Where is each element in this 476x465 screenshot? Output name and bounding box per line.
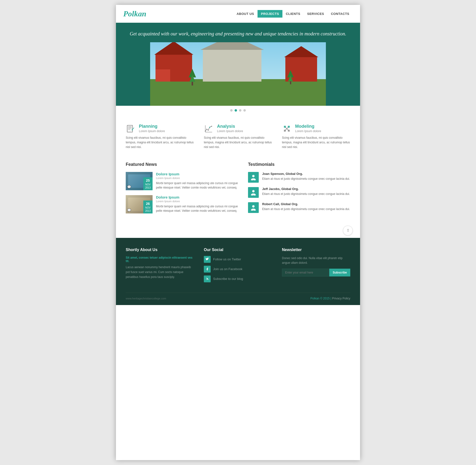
news-content-2: Dolore Ipsum Lorem Ipsum dolore Morbi te… (156, 195, 238, 213)
svg-rect-0 (127, 125, 133, 132)
footer-about-highlight: Sit amet, consec tetuer adipiscin elitra… (126, 256, 194, 263)
dot-4[interactable] (243, 109, 246, 112)
modeling-title-block: Modeling Lorem Ipsum dolore (295, 124, 321, 133)
footer-bottom: www.heritagechristiancollege.com Polkan … (126, 293, 350, 300)
newsletter-subscribe-button[interactable]: Subscribe (329, 269, 350, 276)
footer-bottom-credits: Polkan © 2015 | Privacy Policy (310, 297, 350, 300)
testimonial-3: Robert Call, Global Org. Etiam at risus … (248, 202, 350, 213)
modeling-title: Modeling (295, 124, 321, 129)
testimonial-text-1: Etiam at risus et justo dignissimetu con… (262, 177, 350, 181)
analysis-icon (204, 124, 214, 134)
svg-point-10 (211, 126, 212, 127)
testimonial-avatar-2 (248, 187, 259, 198)
news-title-1[interactable]: Dolore Ipsum (156, 172, 238, 176)
testimonial-name-3: Robert Call, Global Org. (262, 202, 350, 206)
news-date-month-2: NOV (145, 206, 151, 209)
svg-point-5 (132, 129, 133, 130)
news-title-2[interactable]: Dolore Ipsum (156, 195, 238, 199)
footer: Shortly About Us Sit amet, consec tetuer… (116, 238, 360, 305)
rss-label: Subscribe to our blog (213, 277, 243, 281)
news-text-2: Morbi tempor quam vel massa adipiscing u… (156, 204, 238, 213)
svg-point-26 (251, 209, 253, 211)
news-item-1: 💬 25 NOV 2013 Dolore Ipsum Lorem Ipsum d… (126, 172, 238, 190)
news-date-month-1: NOV (145, 183, 151, 186)
news-section-title: Featured News (126, 162, 238, 167)
nav-services[interactable]: SERVICES (304, 10, 328, 18)
analysis-text: Scing elit vivamus faucibus, mi quis con… (204, 136, 272, 150)
header: Polkan ABOUT US PROJECTS CLIENTS SERVICE… (116, 5, 360, 23)
testimonial-content-2: Jeff Jacobs, Global Org. Etiam at risus … (262, 187, 350, 196)
news-date-badge-2: 26 NOV 2013 (143, 201, 153, 213)
planning-title: Planning (139, 124, 165, 129)
feature-analysis: Analysis Lorem Ipsum dolore Scing elit v… (204, 124, 272, 150)
house-illustration (150, 42, 326, 106)
news-content-1: Dolore Ipsum Lorem Ipsum dolore Morbi te… (156, 172, 238, 190)
footer-social-col: Our Social Follow us on Twitter Join us … (204, 248, 272, 285)
dot-3[interactable] (239, 109, 241, 112)
testimonial-avatar-1 (248, 172, 259, 183)
rss-icon (204, 275, 211, 282)
modeling-icon (282, 124, 292, 134)
feature-planning-header: Planning Lorem Ipsum dolore (126, 124, 194, 134)
main-nav: ABOUT US PROJECTS CLIENTS SERVICES CONTA… (233, 10, 353, 18)
social-rss[interactable]: Subscribe to our blog (204, 275, 272, 282)
svg-rect-15 (284, 126, 286, 128)
footer-newsletter-text: Donec sed odio dui. Nulla vitae elit pha… (282, 256, 350, 265)
planning-text: Scing elit vivamus faucibus, mi quis con… (126, 136, 194, 150)
planning-subtitle: Lorem Ipsum dolore (139, 129, 165, 133)
news-date-day-2: 26 (145, 201, 151, 206)
news-item-2: 💬 26 NOV 2013 Dolore Ipsum Lorem Ipsum d… (126, 195, 238, 213)
testimonial-content-3: Robert Call, Global Org. Etiam at risus … (262, 202, 350, 211)
nav-projects[interactable]: PROJECTS (258, 10, 282, 18)
svg-point-27 (254, 209, 255, 211)
analysis-title: Analysis (217, 124, 243, 129)
newsletter-form: Subscribe (282, 269, 350, 276)
footer-privacy-link[interactable]: Privacy Policy (332, 297, 350, 300)
social-twitter[interactable]: Follow us on Twitter (204, 256, 272, 263)
footer-social-title: Our Social (204, 248, 272, 252)
hero-section: Get acquainted with our work, engineerin… (116, 23, 360, 106)
svg-point-7 (206, 129, 207, 130)
modeling-text: Scing elit vivamus faucibus, mi quis con… (282, 136, 350, 150)
testimonial-content-1: Joan Spenson, Global Org. Etiam at risus… (262, 172, 350, 181)
news-date-year-2: 2013 (145, 209, 151, 212)
svg-rect-16 (288, 126, 290, 128)
planning-icon (126, 124, 135, 134)
feature-modeling: Modeling Lorem Ipsum dolore Scing elit v… (282, 124, 350, 150)
news-thumbnail-1: 💬 25 NOV 2013 (126, 172, 153, 190)
testimonial-name-2: Jeff Jacobs, Global Org. (262, 187, 350, 191)
testimonial-name-1: Joan Spenson, Global Org. (262, 172, 350, 176)
dot-1[interactable] (230, 109, 233, 112)
dot-2[interactable] (235, 109, 237, 112)
hero-text: Get acquainted with our work, engineerin… (123, 30, 353, 37)
testimonial-avatar-3 (248, 202, 259, 213)
planning-title-block: Planning Lorem Ipsum dolore (139, 124, 165, 133)
nav-contacts[interactable]: CONTACTS (328, 10, 353, 18)
footer-about-col: Shortly About Us Sit amet, consec tetuer… (126, 248, 194, 285)
svg-point-19 (252, 175, 255, 177)
newsletter-email-input[interactable] (282, 269, 329, 276)
footer-bottom-url: www.heritagechristiancollege.com (126, 297, 166, 300)
analysis-title-block: Analysis Lorem Ipsum dolore (217, 124, 243, 133)
slider-dots (116, 106, 360, 114)
testimonial-2: Jeff Jacobs, Global Org. Etiam at risus … (248, 187, 350, 198)
footer-columns: Shortly About Us Sit amet, consec tetuer… (126, 248, 350, 285)
scroll-top-button[interactable]: ⇧ (343, 226, 353, 235)
svg-point-24 (254, 194, 255, 196)
footer-year: © 2015 (320, 297, 330, 300)
logo[interactable]: Polkan (123, 9, 146, 18)
footer-about-text: Lacus aenean nonummy hendrerit mauris ph… (126, 265, 194, 280)
testimonial-1: Joan Spenson, Global Org. Etiam at risus… (248, 172, 350, 183)
nav-clients[interactable]: CLIENTS (282, 10, 304, 18)
hero-image (150, 42, 326, 106)
feature-analysis-header: Analysis Lorem Ipsum dolore (204, 124, 272, 134)
svg-rect-18 (288, 130, 290, 132)
news-section: Featured News 💬 25 NOV 2013 (126, 162, 238, 218)
svg-point-28 (206, 280, 206, 280)
nav-about-us[interactable]: ABOUT US (233, 10, 258, 18)
analysis-subtitle: Lorem Ipsum dolore (217, 129, 243, 133)
svg-rect-17 (284, 130, 286, 132)
feature-modeling-header: Modeling Lorem Ipsum dolore (282, 124, 350, 134)
social-facebook[interactable]: Join us on Facebook (204, 266, 272, 273)
feature-planning: Planning Lorem Ipsum dolore Scing elit v… (126, 124, 194, 150)
